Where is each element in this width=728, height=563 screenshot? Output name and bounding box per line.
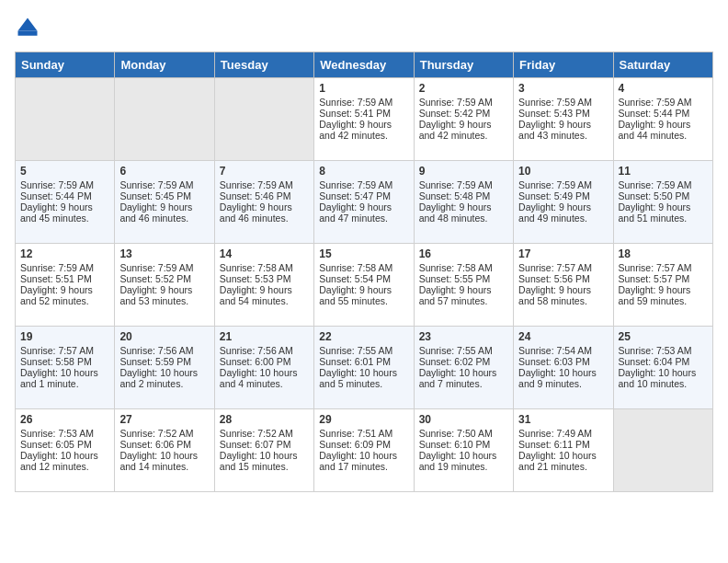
- daylight-text: Daylight: 9 hours and 58 minutes.: [518, 284, 591, 306]
- calendar-cell: 29Sunrise: 7:51 AMSunset: 6:09 PMDayligh…: [314, 409, 414, 492]
- daylight-text: Daylight: 9 hours and 55 minutes.: [319, 284, 392, 306]
- sunset-text: Sunset: 6:06 PM: [119, 439, 191, 450]
- daylight-text: Daylight: 9 hours and 48 minutes.: [419, 201, 492, 224]
- sunset-text: Sunset: 5:47 PM: [319, 190, 391, 201]
- sunset-text: Sunset: 6:10 PM: [419, 439, 491, 450]
- calendar-cell: 7Sunrise: 7:59 AMSunset: 5:46 PMDaylight…: [214, 161, 313, 244]
- calendar-cell: [214, 78, 313, 161]
- day-number: 29: [319, 413, 408, 426]
- calendar-cell: 9Sunrise: 7:59 AMSunset: 5:48 PMDaylight…: [414, 161, 513, 244]
- day-number: 12: [20, 247, 109, 260]
- sunset-text: Sunset: 5:56 PM: [518, 273, 590, 284]
- sunrise-text: Sunrise: 7:59 AM: [119, 262, 193, 273]
- sunset-text: Sunset: 5:53 PM: [220, 273, 291, 284]
- sunrise-text: Sunrise: 7:58 AM: [220, 262, 293, 273]
- daylight-text: Daylight: 9 hours and 46 minutes.: [220, 201, 292, 224]
- day-number: 7: [220, 165, 309, 178]
- calendar-cell: 20Sunrise: 7:56 AMSunset: 5:59 PMDayligh…: [115, 327, 214, 409]
- logo-icon: [15, 15, 40, 40]
- sunrise-text: Sunrise: 7:58 AM: [419, 262, 493, 273]
- sunrise-text: Sunrise: 7:59 AM: [619, 179, 692, 190]
- calendar-cell: 14Sunrise: 7:58 AMSunset: 5:53 PMDayligh…: [214, 244, 313, 327]
- sunset-text: Sunset: 5:42 PM: [419, 108, 491, 119]
- day-number: 22: [319, 330, 408, 343]
- calendar-cell: 24Sunrise: 7:54 AMSunset: 6:03 PMDayligh…: [514, 327, 613, 409]
- daylight-text: Daylight: 9 hours and 47 minutes.: [319, 201, 392, 224]
- week-row-4: 19Sunrise: 7:57 AMSunset: 5:58 PMDayligh…: [16, 327, 713, 409]
- sunrise-text: Sunrise: 7:52 AM: [119, 428, 193, 439]
- sunrise-text: Sunrise: 7:57 AM: [619, 262, 692, 273]
- day-number: 20: [119, 330, 209, 343]
- calendar-cell: [16, 78, 115, 161]
- day-number: 28: [220, 413, 309, 426]
- calendar-cell: 31Sunrise: 7:49 AMSunset: 6:11 PMDayligh…: [514, 409, 613, 492]
- sunrise-text: Sunrise: 7:59 AM: [619, 97, 692, 108]
- sunrise-text: Sunrise: 7:59 AM: [20, 262, 94, 273]
- sunset-text: Sunset: 5:55 PM: [419, 273, 491, 284]
- daylight-text: Daylight: 9 hours and 51 minutes.: [619, 201, 691, 224]
- daylight-text: Daylight: 9 hours and 46 minutes.: [119, 201, 192, 224]
- calendar-cell: 19Sunrise: 7:57 AMSunset: 5:58 PMDayligh…: [16, 327, 115, 409]
- day-number: 30: [419, 413, 508, 426]
- daylight-text: Daylight: 9 hours and 44 minutes.: [619, 119, 691, 141]
- calendar-cell: 26Sunrise: 7:53 AMSunset: 6:05 PMDayligh…: [16, 409, 115, 492]
- sunset-text: Sunset: 5:50 PM: [619, 190, 690, 201]
- calendar-cell: 30Sunrise: 7:50 AMSunset: 6:10 PMDayligh…: [414, 409, 513, 492]
- sunset-text: Sunset: 5:54 PM: [319, 273, 391, 284]
- sunrise-text: Sunrise: 7:59 AM: [319, 179, 392, 190]
- daylight-text: Daylight: 10 hours and 1 minute.: [20, 367, 98, 389]
- daylight-text: Daylight: 9 hours and 53 minutes.: [119, 284, 192, 306]
- weekday-header-sunday: Sunday: [16, 52, 115, 78]
- sunset-text: Sunset: 5:49 PM: [518, 190, 590, 201]
- calendar-cell: 8Sunrise: 7:59 AMSunset: 5:47 PMDaylight…: [314, 161, 414, 244]
- sunrise-text: Sunrise: 7:59 AM: [419, 97, 493, 108]
- svg-marker-0: [18, 18, 38, 31]
- weekday-header-monday: Monday: [115, 52, 214, 78]
- sunrise-text: Sunrise: 7:50 AM: [419, 428, 493, 439]
- day-number: 11: [619, 165, 708, 178]
- calendar-cell: 6Sunrise: 7:59 AMSunset: 5:45 PMDaylight…: [115, 161, 214, 244]
- sunrise-text: Sunrise: 7:59 AM: [319, 97, 392, 108]
- daylight-text: Daylight: 9 hours and 42 minutes.: [319, 119, 392, 141]
- sunset-text: Sunset: 6:03 PM: [518, 356, 590, 367]
- sunrise-text: Sunrise: 7:57 AM: [20, 345, 94, 356]
- calendar-cell: 21Sunrise: 7:56 AMSunset: 6:00 PMDayligh…: [214, 327, 313, 409]
- sunrise-text: Sunrise: 7:59 AM: [220, 179, 293, 190]
- daylight-text: Daylight: 9 hours and 52 minutes.: [20, 284, 93, 306]
- weekday-header-thursday: Thursday: [414, 52, 513, 78]
- daylight-text: Daylight: 10 hours and 4 minutes.: [220, 367, 298, 389]
- sunset-text: Sunset: 5:52 PM: [119, 273, 191, 284]
- sunrise-text: Sunrise: 7:59 AM: [20, 179, 94, 190]
- week-row-3: 12Sunrise: 7:59 AMSunset: 5:51 PMDayligh…: [16, 244, 713, 327]
- daylight-text: Daylight: 9 hours and 57 minutes.: [419, 284, 492, 306]
- daylight-text: Daylight: 10 hours and 14 minutes.: [119, 450, 198, 472]
- calendar-cell: 18Sunrise: 7:57 AMSunset: 5:57 PMDayligh…: [613, 244, 712, 327]
- sunrise-text: Sunrise: 7:59 AM: [119, 179, 193, 190]
- day-number: 10: [518, 165, 608, 178]
- sunset-text: Sunset: 5:43 PM: [518, 108, 590, 119]
- day-number: 24: [518, 330, 608, 343]
- sunrise-text: Sunrise: 7:59 AM: [518, 179, 592, 190]
- daylight-text: Daylight: 9 hours and 43 minutes.: [518, 119, 591, 141]
- sunrise-text: Sunrise: 7:59 AM: [419, 179, 493, 190]
- calendar-cell: 17Sunrise: 7:57 AMSunset: 5:56 PMDayligh…: [514, 244, 613, 327]
- daylight-text: Daylight: 10 hours and 17 minutes.: [319, 450, 397, 472]
- sunrise-text: Sunrise: 7:51 AM: [319, 428, 392, 439]
- daylight-text: Daylight: 9 hours and 59 minutes.: [619, 284, 691, 306]
- day-number: 17: [518, 247, 608, 260]
- sunset-text: Sunset: 5:51 PM: [20, 273, 92, 284]
- calendar-cell: 13Sunrise: 7:59 AMSunset: 5:52 PMDayligh…: [115, 244, 214, 327]
- sunset-text: Sunset: 6:09 PM: [319, 439, 391, 450]
- sunset-text: Sunset: 6:01 PM: [319, 356, 391, 367]
- sunset-text: Sunset: 6:02 PM: [419, 356, 491, 367]
- sunset-text: Sunset: 5:41 PM: [319, 108, 391, 119]
- sunset-text: Sunset: 6:05 PM: [20, 439, 92, 450]
- day-number: 23: [419, 330, 508, 343]
- daylight-text: Daylight: 9 hours and 42 minutes.: [419, 119, 492, 141]
- week-row-5: 26Sunrise: 7:53 AMSunset: 6:05 PMDayligh…: [16, 409, 713, 492]
- day-number: 27: [119, 413, 209, 426]
- sunset-text: Sunset: 5:45 PM: [119, 190, 191, 201]
- day-number: 5: [20, 165, 109, 178]
- day-number: 19: [20, 330, 109, 343]
- week-row-1: 1Sunrise: 7:59 AMSunset: 5:41 PMDaylight…: [16, 78, 713, 161]
